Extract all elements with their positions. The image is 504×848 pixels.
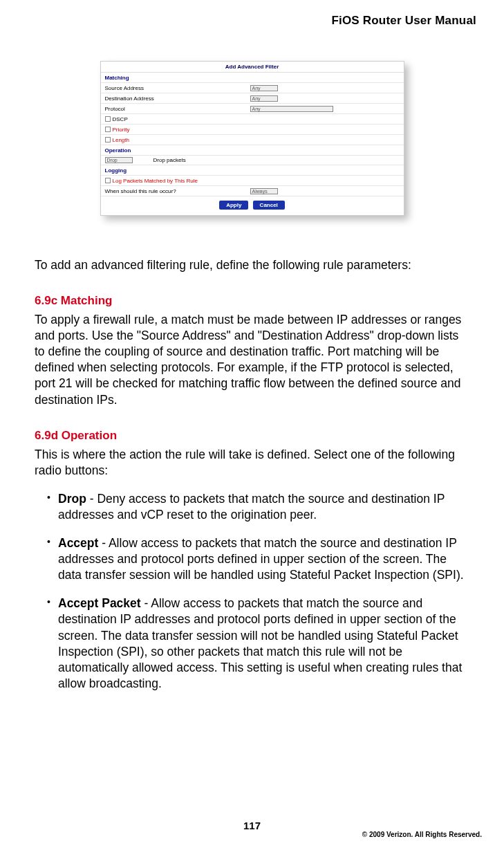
- ss-row-logging: Logging: [101, 165, 404, 176]
- ss-row-priority: Priority: [101, 125, 404, 135]
- term-drop: Drop: [58, 492, 86, 506]
- list-item: Accept - Allow access to packets that ma…: [47, 535, 469, 583]
- ss-row-matching: Matching: [101, 73, 404, 83]
- ss-row-logpackets: Log Packets Matched by This Rule: [101, 176, 404, 186]
- ss-label-priority: Priority: [113, 127, 130, 133]
- heading-operation: 6.9d Operation: [35, 429, 469, 443]
- ss-label-protocol: Protocol: [105, 106, 250, 112]
- ss-select-dest: Any: [250, 95, 278, 102]
- page-header-title: FiOS Router User Manual: [35, 14, 476, 28]
- ss-label-matching: Matching: [105, 75, 129, 81]
- ss-select-source: Any: [250, 85, 278, 91]
- ss-button-row: Apply Cancel: [101, 196, 404, 215]
- ss-row-dest: Destination Address Any: [101, 93, 404, 104]
- ss-label-operation: Operation: [105, 147, 131, 154]
- ss-row-when: When should this rule occur? Always: [101, 186, 404, 196]
- rest-drop: - Deny access to packets that match the …: [58, 492, 445, 522]
- cancel-button: Cancel: [253, 201, 285, 210]
- operation-list: Drop - Deny access to packets that match…: [35, 491, 469, 692]
- ss-label-when: When should this rule occur?: [105, 188, 250, 194]
- apply-button: Apply: [219, 201, 248, 210]
- ss-row-dscp: DSCP: [101, 114, 404, 125]
- ss-select-when: Always: [250, 188, 278, 194]
- term-accept: Accept: [58, 536, 98, 550]
- ss-op-content: Drop Drop packets: [101, 156, 404, 165]
- screenshot-title: Add Advanced Filter: [101, 62, 404, 73]
- heading-matching: 6.9c Matching: [35, 294, 469, 308]
- ss-row-source: Source Address Any: [101, 83, 404, 93]
- checkbox-icon: [105, 127, 111, 132]
- checkbox-icon: [105, 137, 111, 142]
- ss-label-logpackets: Log Packets Matched by This Rule: [113, 178, 198, 184]
- ss-label-length: Length: [113, 137, 129, 143]
- ss-select-protocol: Any: [250, 106, 333, 112]
- ss-row-protocol: Protocol Any: [101, 104, 404, 114]
- embedded-screenshot: Add Advanced Filter Matching Source Addr…: [100, 61, 404, 216]
- ss-label-droppackets: Drop packets: [153, 157, 186, 163]
- body-operation: This is where the action the rule will t…: [35, 447, 469, 479]
- ss-row-length: Length: [101, 135, 404, 145]
- ss-label-logging: Logging: [105, 167, 127, 174]
- ss-label-dscp: DSCP: [113, 116, 128, 122]
- manual-page: FiOS Router User Manual Add Advanced Fil…: [0, 0, 504, 692]
- rest-accept-packet: - Allow access to packets that match the…: [58, 596, 462, 690]
- list-item: Drop - Deny access to packets that match…: [47, 491, 469, 523]
- copyright-text: © 2009 Verizon. All Rights Reserved.: [362, 831, 482, 838]
- page-number: 117: [0, 820, 504, 831]
- body-matching: To apply a firewall rule, a match must b…: [35, 312, 469, 408]
- ss-row-operation: Operation: [101, 145, 404, 156]
- ss-label-dest: Destination Address: [105, 95, 250, 102]
- checkbox-icon: [105, 178, 111, 183]
- list-item: Accept Packet - Allow access to packets …: [47, 596, 469, 692]
- rest-accept: - Allow access to packets that match the…: [58, 536, 464, 582]
- ss-label-source: Source Address: [105, 85, 250, 91]
- intro-paragraph: To add an advanced filtering rule, defin…: [35, 257, 469, 273]
- checkbox-icon: [105, 116, 111, 122]
- ss-select-drop: Drop: [105, 157, 133, 163]
- term-accept-packet: Accept Packet: [58, 596, 141, 610]
